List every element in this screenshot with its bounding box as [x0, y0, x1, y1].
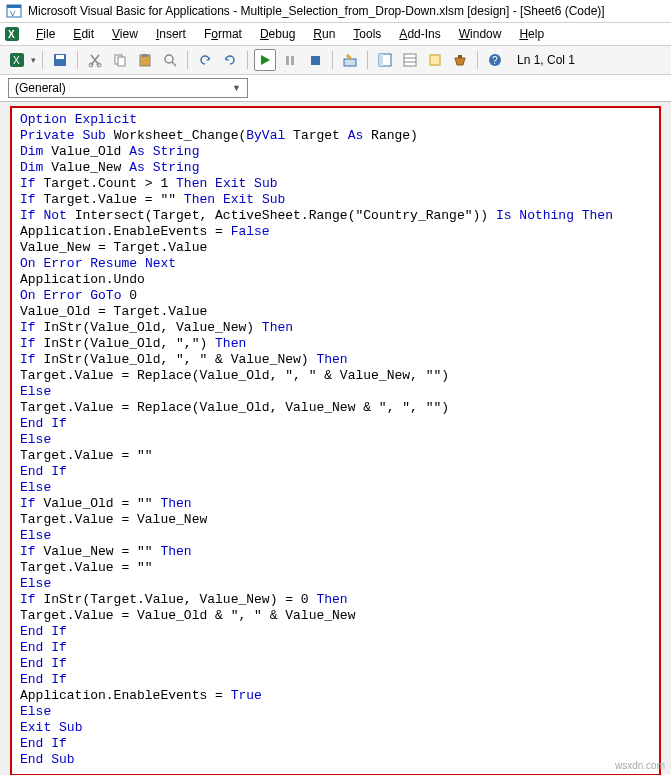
cut-icon[interactable] — [84, 49, 106, 71]
project-explorer-icon[interactable] — [374, 49, 396, 71]
object-combo-value: (General) — [15, 81, 66, 95]
run-icon[interactable] — [254, 49, 276, 71]
undo-icon[interactable] — [194, 49, 216, 71]
object-combo[interactable]: (General) ▼ — [8, 78, 248, 98]
toolbox-icon[interactable] — [449, 49, 471, 71]
svg-rect-8 — [56, 55, 64, 59]
menu-edit[interactable]: Edit — [65, 25, 102, 43]
separator — [187, 51, 188, 69]
separator — [42, 51, 43, 69]
svg-text:X: X — [8, 29, 15, 40]
menu-help[interactable]: Help — [511, 25, 552, 43]
design-mode-icon[interactable] — [339, 49, 361, 71]
svg-rect-14 — [142, 54, 148, 57]
svg-text:X: X — [13, 55, 20, 66]
save-icon[interactable] — [49, 49, 71, 71]
titlebar: V Microsoft Visual Basic for Application… — [0, 0, 671, 23]
menu-insert[interactable]: Insert — [148, 25, 194, 43]
menu-format[interactable]: Format — [196, 25, 250, 43]
svg-rect-18 — [291, 56, 294, 65]
excel-icon[interactable]: X — [4, 26, 20, 42]
dropdown-bar: (General) ▼ — [0, 75, 671, 102]
svg-point-15 — [165, 55, 173, 63]
stop-icon[interactable] — [304, 49, 326, 71]
svg-rect-23 — [404, 54, 416, 66]
code-editor[interactable]: Option Explicit Private Sub Worksheet_Ch… — [12, 108, 659, 772]
svg-rect-22 — [379, 54, 383, 66]
pause-icon[interactable] — [279, 49, 301, 71]
cursor-position: Ln 1, Col 1 — [517, 53, 575, 67]
menubar: X File Edit View Insert Format Debug Run… — [0, 23, 671, 46]
svg-rect-26 — [430, 55, 440, 65]
view-excel-icon[interactable]: X — [6, 49, 28, 71]
watermark: wsxdn.com — [615, 760, 665, 771]
svg-rect-1 — [7, 5, 21, 8]
help-icon[interactable]: ? — [484, 49, 506, 71]
object-browser-icon[interactable] — [424, 49, 446, 71]
code-frame: Option Explicit Private Sub Worksheet_Ch… — [10, 106, 661, 775]
redo-icon[interactable] — [219, 49, 241, 71]
vba-app-icon: V — [6, 3, 22, 19]
svg-rect-12 — [118, 57, 125, 66]
menu-file[interactable]: File — [28, 25, 63, 43]
menu-run[interactable]: Run — [305, 25, 343, 43]
svg-line-16 — [172, 62, 176, 66]
dropdown-arrow-icon[interactable]: ▾ — [31, 55, 36, 65]
chevron-down-icon: ▼ — [232, 83, 241, 93]
svg-rect-17 — [286, 56, 289, 65]
separator — [367, 51, 368, 69]
svg-rect-20 — [344, 59, 356, 66]
separator — [77, 51, 78, 69]
separator — [332, 51, 333, 69]
svg-text:V: V — [10, 9, 16, 18]
menu-addins[interactable]: Add-Ins — [391, 25, 448, 43]
window-title: Microsoft Visual Basic for Applications … — [28, 4, 605, 18]
svg-text:?: ? — [492, 55, 498, 66]
menu-debug[interactable]: Debug — [252, 25, 303, 43]
separator — [477, 51, 478, 69]
menu-tools[interactable]: Tools — [345, 25, 389, 43]
find-icon[interactable] — [159, 49, 181, 71]
svg-rect-27 — [458, 55, 462, 58]
svg-rect-19 — [311, 56, 320, 65]
properties-icon[interactable] — [399, 49, 421, 71]
toolbar: X ▾ ? Ln 1, Col 1 — [0, 46, 671, 75]
copy-icon[interactable] — [109, 49, 131, 71]
menu-view[interactable]: View — [104, 25, 146, 43]
separator — [247, 51, 248, 69]
paste-icon[interactable] — [134, 49, 156, 71]
menu-window[interactable]: Window — [451, 25, 510, 43]
